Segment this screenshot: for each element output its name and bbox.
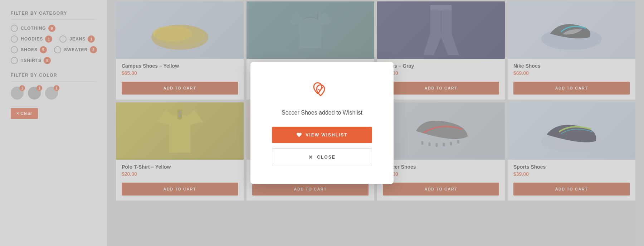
- page-wrapper: FILTER BY CATEGORY CLOTHING 9 HOODIES 1 …: [0, 0, 644, 246]
- close-modal-button[interactable]: ✕ CLOSE: [272, 148, 372, 166]
- close-x-icon: ✕: [308, 154, 313, 160]
- modal-overlay: Soccer Shoes added to Wishlist VIEW WISH…: [0, 0, 644, 246]
- heart-icon: [296, 132, 302, 138]
- modal-box: Soccer Shoes added to Wishlist VIEW WISH…: [250, 62, 394, 184]
- wishlist-icon: [311, 80, 333, 101]
- view-wishlist-label: VIEW WISHLIST: [306, 132, 347, 138]
- modal-message: Soccer Shoes added to Wishlist: [282, 110, 362, 116]
- view-wishlist-button[interactable]: VIEW WISHLIST: [272, 127, 372, 143]
- close-label: CLOSE: [317, 155, 335, 160]
